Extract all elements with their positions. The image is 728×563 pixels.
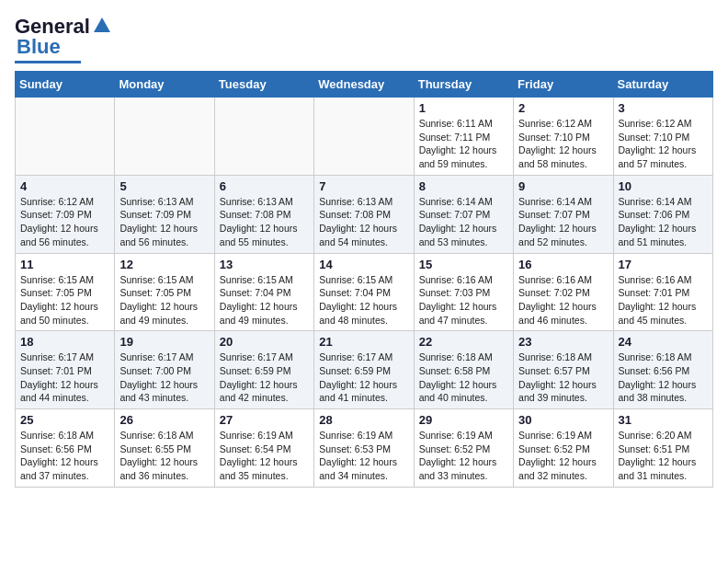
day-number: 4 bbox=[20, 179, 109, 193]
calendar-cell: 30Sunrise: 6:19 AM Sunset: 6:52 PM Dayli… bbox=[514, 409, 613, 488]
calendar-cell: 2Sunrise: 6:12 AM Sunset: 7:10 PM Daylig… bbox=[514, 98, 613, 176]
day-info: Sunrise: 6:18 AM Sunset: 6:56 PM Dayligh… bbox=[20, 429, 109, 483]
calendar-cell: 4Sunrise: 6:12 AM Sunset: 7:09 PM Daylig… bbox=[16, 175, 115, 253]
logo-icon bbox=[92, 16, 112, 36]
calendar-cell bbox=[16, 98, 115, 176]
calendar-cell bbox=[115, 98, 214, 176]
day-info: Sunrise: 6:18 AM Sunset: 6:58 PM Dayligh… bbox=[419, 350, 508, 405]
day-number: 8 bbox=[419, 179, 508, 193]
day-info: Sunrise: 6:14 AM Sunset: 7:06 PM Dayligh… bbox=[619, 195, 708, 249]
calendar-cell: 5Sunrise: 6:13 AM Sunset: 7:09 PM Daylig… bbox=[115, 175, 214, 253]
logo: General Blue bbox=[15, 15, 112, 63]
day-number: 9 bbox=[518, 179, 608, 193]
day-info: Sunrise: 6:18 AM Sunset: 6:55 PM Dayligh… bbox=[119, 429, 209, 483]
day-number: 13 bbox=[220, 258, 309, 271]
day-info: Sunrise: 6:13 AM Sunset: 7:09 PM Dayligh… bbox=[119, 195, 209, 249]
calendar-cell: 25Sunrise: 6:18 AM Sunset: 6:56 PM Dayli… bbox=[16, 409, 115, 488]
day-number: 5 bbox=[119, 179, 209, 193]
header: General Blue bbox=[15, 15, 713, 63]
logo-underline bbox=[15, 61, 81, 63]
day-info: Sunrise: 6:19 AM Sunset: 6:52 PM Dayligh… bbox=[518, 429, 608, 483]
day-info: Sunrise: 6:17 AM Sunset: 7:00 PM Dayligh… bbox=[119, 350, 209, 405]
calendar-cell bbox=[314, 98, 414, 176]
day-number: 2 bbox=[518, 101, 608, 115]
day-info: Sunrise: 6:16 AM Sunset: 7:01 PM Dayligh… bbox=[619, 273, 708, 327]
day-number: 3 bbox=[619, 101, 708, 115]
calendar-cell: 23Sunrise: 6:18 AM Sunset: 6:57 PM Dayli… bbox=[514, 331, 613, 409]
day-info: Sunrise: 6:19 AM Sunset: 6:54 PM Dayligh… bbox=[220, 429, 309, 483]
calendar-cell: 7Sunrise: 6:13 AM Sunset: 7:08 PM Daylig… bbox=[314, 175, 414, 253]
day-info: Sunrise: 6:20 AM Sunset: 6:51 PM Dayligh… bbox=[619, 429, 708, 483]
day-info: Sunrise: 6:13 AM Sunset: 7:08 PM Dayligh… bbox=[220, 195, 309, 249]
day-number: 24 bbox=[619, 335, 708, 349]
day-info: Sunrise: 6:15 AM Sunset: 7:05 PM Dayligh… bbox=[119, 273, 209, 327]
calendar-cell: 28Sunrise: 6:19 AM Sunset: 6:53 PM Dayli… bbox=[314, 409, 414, 488]
calendar-cell: 27Sunrise: 6:19 AM Sunset: 6:54 PM Dayli… bbox=[214, 409, 313, 488]
day-number: 7 bbox=[319, 179, 408, 193]
day-info: Sunrise: 6:17 AM Sunset: 6:59 PM Dayligh… bbox=[220, 350, 309, 405]
day-number: 16 bbox=[518, 258, 608, 271]
day-info: Sunrise: 6:19 AM Sunset: 6:53 PM Dayligh… bbox=[319, 429, 408, 483]
weekday-header-sunday: Sunday bbox=[16, 72, 115, 98]
day-info: Sunrise: 6:12 AM Sunset: 7:10 PM Dayligh… bbox=[518, 117, 608, 171]
calendar-cell: 17Sunrise: 6:16 AM Sunset: 7:01 PM Dayli… bbox=[613, 253, 712, 331]
day-number: 15 bbox=[419, 258, 508, 271]
day-info: Sunrise: 6:15 AM Sunset: 7:04 PM Dayligh… bbox=[319, 273, 408, 327]
calendar-cell: 24Sunrise: 6:18 AM Sunset: 6:56 PM Dayli… bbox=[613, 331, 712, 409]
day-info: Sunrise: 6:15 AM Sunset: 7:04 PM Dayligh… bbox=[220, 273, 309, 327]
day-info: Sunrise: 6:14 AM Sunset: 7:07 PM Dayligh… bbox=[518, 195, 608, 249]
day-info: Sunrise: 6:11 AM Sunset: 7:11 PM Dayligh… bbox=[419, 117, 508, 171]
calendar-cell: 13Sunrise: 6:15 AM Sunset: 7:04 PM Dayli… bbox=[214, 253, 313, 331]
calendar-cell: 22Sunrise: 6:18 AM Sunset: 6:58 PM Dayli… bbox=[414, 331, 513, 409]
day-number: 25 bbox=[20, 413, 109, 427]
day-number: 29 bbox=[419, 413, 508, 427]
week-row-2: 4Sunrise: 6:12 AM Sunset: 7:09 PM Daylig… bbox=[16, 175, 713, 253]
calendar-cell: 26Sunrise: 6:18 AM Sunset: 6:55 PM Dayli… bbox=[115, 409, 214, 488]
calendar-cell: 21Sunrise: 6:17 AM Sunset: 6:59 PM Dayli… bbox=[314, 331, 414, 409]
calendar-cell: 6Sunrise: 6:13 AM Sunset: 7:08 PM Daylig… bbox=[214, 175, 313, 253]
weekday-header-monday: Monday bbox=[115, 72, 214, 98]
calendar-cell: 29Sunrise: 6:19 AM Sunset: 6:52 PM Dayli… bbox=[414, 409, 513, 488]
calendar-cell bbox=[214, 98, 313, 176]
day-number: 21 bbox=[319, 335, 408, 349]
day-info: Sunrise: 6:18 AM Sunset: 6:57 PM Dayligh… bbox=[518, 350, 608, 405]
day-number: 1 bbox=[419, 101, 508, 115]
weekday-header-friday: Friday bbox=[514, 72, 613, 98]
week-row-5: 25Sunrise: 6:18 AM Sunset: 6:56 PM Dayli… bbox=[16, 409, 713, 488]
day-number: 10 bbox=[619, 179, 708, 193]
day-number: 11 bbox=[20, 258, 109, 271]
day-info: Sunrise: 6:13 AM Sunset: 7:08 PM Dayligh… bbox=[319, 195, 408, 249]
day-number: 12 bbox=[119, 258, 209, 271]
weekday-header-wednesday: Wednesday bbox=[314, 72, 414, 98]
day-info: Sunrise: 6:19 AM Sunset: 6:52 PM Dayligh… bbox=[419, 429, 508, 483]
weekday-header-row: SundayMondayTuesdayWednesdayThursdayFrid… bbox=[16, 72, 713, 98]
calendar-cell: 3Sunrise: 6:12 AM Sunset: 7:10 PM Daylig… bbox=[613, 98, 712, 176]
day-number: 14 bbox=[319, 258, 408, 271]
day-info: Sunrise: 6:12 AM Sunset: 7:09 PM Dayligh… bbox=[20, 195, 109, 249]
calendar-cell: 11Sunrise: 6:15 AM Sunset: 7:05 PM Dayli… bbox=[16, 253, 115, 331]
calendar-cell: 10Sunrise: 6:14 AM Sunset: 7:06 PM Dayli… bbox=[613, 175, 712, 253]
week-row-3: 11Sunrise: 6:15 AM Sunset: 7:05 PM Dayli… bbox=[16, 253, 713, 331]
logo-blue: Blue bbox=[17, 35, 61, 59]
calendar-cell: 16Sunrise: 6:16 AM Sunset: 7:02 PM Dayli… bbox=[514, 253, 613, 331]
calendar-cell: 31Sunrise: 6:20 AM Sunset: 6:51 PM Dayli… bbox=[613, 409, 712, 488]
day-number: 19 bbox=[119, 335, 209, 349]
calendar-cell: 20Sunrise: 6:17 AM Sunset: 6:59 PM Dayli… bbox=[214, 331, 313, 409]
svg-marker-0 bbox=[94, 17, 110, 32]
day-number: 17 bbox=[619, 258, 708, 271]
weekday-header-saturday: Saturday bbox=[613, 72, 712, 98]
day-info: Sunrise: 6:18 AM Sunset: 6:56 PM Dayligh… bbox=[619, 350, 708, 405]
day-info: Sunrise: 6:17 AM Sunset: 6:59 PM Dayligh… bbox=[319, 350, 408, 405]
day-number: 18 bbox=[20, 335, 109, 349]
day-number: 27 bbox=[220, 413, 309, 427]
day-number: 30 bbox=[518, 413, 608, 427]
calendar-cell: 18Sunrise: 6:17 AM Sunset: 7:01 PM Dayli… bbox=[16, 331, 115, 409]
day-number: 28 bbox=[319, 413, 408, 427]
calendar-cell: 12Sunrise: 6:15 AM Sunset: 7:05 PM Dayli… bbox=[115, 253, 214, 331]
day-number: 20 bbox=[220, 335, 309, 349]
week-row-1: 1Sunrise: 6:11 AM Sunset: 7:11 PM Daylig… bbox=[16, 98, 713, 176]
calendar-cell: 14Sunrise: 6:15 AM Sunset: 7:04 PM Dayli… bbox=[314, 253, 414, 331]
day-info: Sunrise: 6:14 AM Sunset: 7:07 PM Dayligh… bbox=[419, 195, 508, 249]
day-number: 31 bbox=[619, 413, 708, 427]
calendar-cell: 1Sunrise: 6:11 AM Sunset: 7:11 PM Daylig… bbox=[414, 98, 513, 176]
